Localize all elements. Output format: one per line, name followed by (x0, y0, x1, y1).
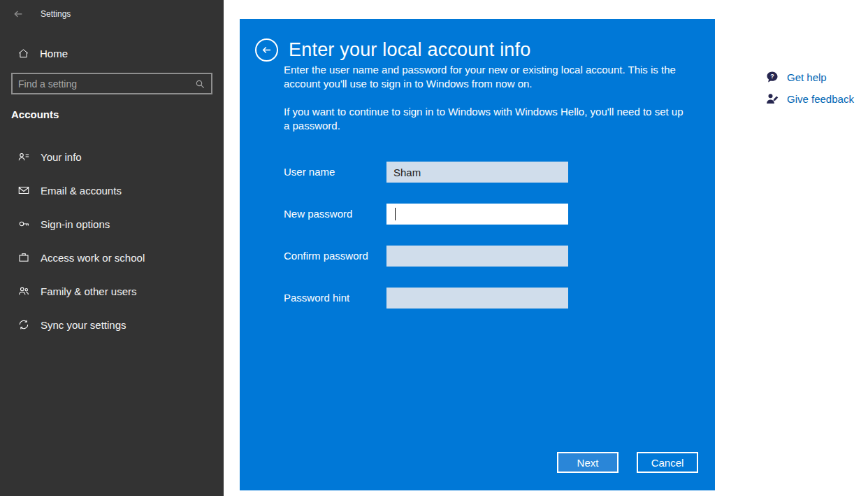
section-heading-accounts: Accounts (11, 108, 59, 120)
left-arrow-icon (13, 8, 24, 20)
password-hint-input-wrap (386, 288, 568, 309)
form-row-confirm-password: Confirm password (240, 246, 715, 267)
sidebar-item-sync-your-settings[interactable]: Sync your settings (0, 308, 224, 341)
feedback-person-icon (765, 92, 779, 106)
dialog-description-2: If you want to continue to sign in to Wi… (284, 105, 686, 133)
username-label: User name (284, 162, 335, 183)
confirm-password-input-wrap (386, 246, 568, 267)
search-box (11, 73, 212, 94)
envelope-icon (17, 184, 30, 197)
sidebar-item-label: Access work or school (41, 252, 145, 264)
new-password-label: New password (284, 204, 352, 225)
sync-icon (17, 318, 30, 331)
sidebar-item-family-other-users[interactable]: Family & other users (0, 274, 224, 308)
sidebar-item-home[interactable]: Home (0, 41, 224, 66)
people-icon (17, 285, 30, 297)
help-links: ? Get help Give feedback (765, 70, 854, 106)
form-row-username: User name (240, 162, 715, 183)
sidebar-nav: Your info Email & accounts Sign-in optio… (0, 140, 224, 341)
dialog-back-button[interactable] (255, 38, 278, 62)
password-hint-input[interactable] (386, 288, 568, 309)
sidebar: Settings Home Accounts Your info (0, 0, 224, 496)
confirm-password-input[interactable] (386, 246, 568, 267)
dialog-buttons: Next Cancel (557, 452, 698, 473)
get-help-link[interactable]: ? Get help (765, 70, 854, 84)
sidebar-item-label: Your info (41, 151, 82, 163)
magnifier-glyph (194, 78, 205, 90)
sidebar-item-your-info[interactable]: Your info (0, 140, 224, 173)
form-row-new-password: New password (240, 204, 715, 225)
app-title: Settings (41, 9, 71, 19)
search-icon[interactable] (194, 78, 205, 90)
username-input-wrap (386, 162, 568, 183)
sidebar-item-email-accounts[interactable]: Email & accounts (0, 173, 224, 207)
sidebar-item-label: Sync your settings (41, 319, 126, 331)
sidebar-item-sign-in-options[interactable]: Sign-in options (0, 207, 224, 241)
username-input[interactable] (386, 162, 568, 183)
cancel-button[interactable]: Cancel (637, 452, 698, 473)
form-row-password-hint: Password hint (240, 288, 715, 309)
confirm-password-label: Confirm password (284, 246, 368, 267)
search-input[interactable] (13, 74, 194, 93)
give-feedback-label: Give feedback (787, 93, 854, 105)
text-caret (395, 208, 396, 220)
password-hint-label: Password hint (284, 288, 349, 309)
give-feedback-link[interactable]: Give feedback (765, 92, 854, 106)
sidebar-item-label: Sign-in options (41, 218, 110, 230)
new-password-input[interactable] (386, 204, 568, 225)
briefcase-icon (17, 251, 30, 264)
sidebar-item-access-work-school[interactable]: Access work or school (0, 241, 224, 274)
get-help-label: Get help (787, 71, 827, 83)
key-icon (17, 218, 30, 230)
sidebar-item-label: Email & accounts (41, 185, 122, 197)
chat-question-icon: ? (765, 70, 779, 84)
dialog-title: Enter your local account info (289, 39, 531, 61)
home-label: Home (40, 48, 68, 59)
titlebar: Settings (13, 6, 71, 22)
next-button[interactable]: Next (557, 452, 619, 473)
back-arrow-circle-icon (260, 43, 273, 57)
new-password-input-wrap (386, 204, 568, 225)
dialog-description-1: Enter the user name and password for you… (284, 63, 686, 91)
settings-window: Settings Home Accounts Your info (0, 0, 868, 496)
back-icon[interactable] (13, 8, 24, 20)
person-card-icon (17, 150, 30, 163)
local-account-dialog: Enter your local account info Enter the … (240, 19, 715, 490)
svg-text:?: ? (770, 73, 774, 80)
sidebar-item-label: Family & other users (41, 285, 137, 297)
dialog-header: Enter your local account info (255, 38, 531, 62)
home-icon (17, 48, 29, 59)
